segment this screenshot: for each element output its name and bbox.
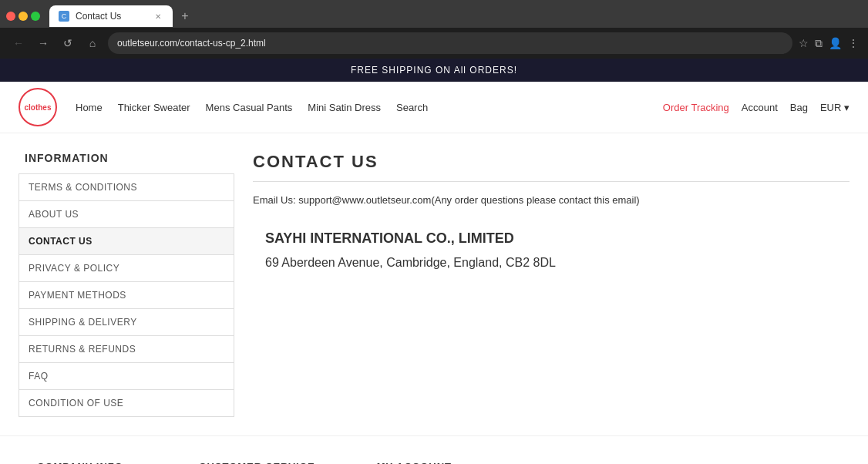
order-tracking-link[interactable]: Order Tracking	[663, 102, 729, 113]
sidebar: INFORMATION TERMS & CONDITIONS ABOUT US …	[19, 152, 234, 417]
sidebar-link-faq[interactable]: FAQ	[19, 363, 234, 389]
sidebar-link-returns[interactable]: RETURNS & REFUNDS	[19, 336, 234, 362]
site-logo[interactable]: clothes	[19, 88, 57, 126]
footer-col-company: COMPANY INFO ABOUT US CONTACT US TERMS &…	[37, 461, 137, 464]
nav-thicker-sweater[interactable]: Thicker Sweater	[118, 102, 190, 113]
email-info: Email Us: support@www.outletseur.com(Any…	[253, 194, 849, 206]
sidebar-item-payment[interactable]: PAYMENT METHODS	[19, 282, 234, 309]
sidebar-link-shipping[interactable]: SHIPPING & DELIVERY	[19, 309, 234, 335]
sidebar-link-privacy[interactable]: PRIVACY & POLICY	[19, 255, 234, 281]
address-bar-container: ← → ↺ ⌂ outletseur.com/contact-us-cp_2.h…	[0, 28, 868, 59]
sidebar-link-contact[interactable]: CONTACT US	[19, 228, 234, 254]
active-tab[interactable]: C Contact Us ✕	[49, 5, 173, 27]
sidebar-title: INFORMATION	[19, 152, 234, 164]
footer-col-account: MY ACCOUNT LOG IN MY ORDERS MY CART	[377, 461, 452, 464]
header-right: Order Tracking Account Bag EUR ▾	[663, 102, 849, 113]
reload-button[interactable]: ↺	[59, 34, 77, 52]
sidebar-item-terms[interactable]: TERMS & CONDITIONS	[19, 174, 234, 201]
sidebar-link-about[interactable]: ABOUT US	[19, 201, 234, 227]
bookmark-icon[interactable]: ☆	[799, 37, 809, 49]
promo-banner: FREE SHIPPING ON All ORDERS!	[0, 59, 868, 82]
browser-window: C Contact Us ✕ + ← → ↺ ⌂ outletseur.com/…	[0, 0, 868, 59]
bag-link[interactable]: Bag	[790, 102, 808, 113]
sidebar-item-returns[interactable]: RETURNS & REFUNDS	[19, 336, 234, 363]
sidebar-item-contact[interactable]: CONTACT US	[19, 228, 234, 255]
tab-bar: C Contact Us ✕ +	[0, 0, 868, 28]
tab-favicon: C	[59, 11, 69, 22]
menu-icon[interactable]: ⋮	[848, 37, 859, 49]
account-link[interactable]: Account	[742, 102, 778, 113]
company-name: SAYHI INTERNATIONAL CO., LIMITED	[253, 230, 849, 247]
sidebar-item-privacy[interactable]: PRIVACY & POLICY	[19, 255, 234, 282]
footer-columns: COMPANY INFO ABOUT US CONTACT US TERMS &…	[37, 461, 831, 464]
nav-mini-satin-dress[interactable]: Mini Satin Dress	[308, 102, 381, 113]
sidebar-link-payment[interactable]: PAYMENT METHODS	[19, 282, 234, 308]
maximize-window-button[interactable]	[31, 12, 40, 21]
extensions-icon[interactable]: ⧉	[815, 37, 823, 50]
footer-col-company-title: COMPANY INFO	[37, 461, 137, 464]
main-content: CONTACT US Email Us: support@www.outlets…	[253, 152, 849, 417]
currency-selector[interactable]: EUR ▾	[820, 102, 849, 113]
tab-title: Contact Us	[76, 11, 121, 22]
page-title: CONTACT US	[253, 152, 849, 182]
page-footer: COMPANY INFO ABOUT US CONTACT US TERMS &…	[0, 435, 868, 464]
tab-close-icon[interactable]: ✕	[153, 11, 163, 22]
company-address: 69 Aberdeen Avenue, Cambridge, England, …	[253, 256, 849, 270]
footer-col-account-title: MY ACCOUNT	[377, 461, 452, 464]
back-button[interactable]: ←	[9, 34, 28, 52]
minimize-window-button[interactable]	[19, 12, 28, 21]
close-window-button[interactable]	[6, 12, 15, 21]
sidebar-menu: TERMS & CONDITIONS ABOUT US CONTACT US P…	[19, 173, 234, 417]
sidebar-link-terms[interactable]: TERMS & CONDITIONS	[19, 174, 234, 200]
site-wrapper: FREE SHIPPING ON All ORDERS! clothes Hom…	[0, 59, 868, 464]
sidebar-item-faq[interactable]: FAQ	[19, 363, 234, 390]
promo-text: FREE SHIPPING ON All ORDERS!	[351, 65, 517, 76]
nav-home[interactable]: Home	[76, 102, 103, 113]
footer-col-customer: CUSTOMER SERVICE PRIVACY & SECURITY PAYM…	[199, 461, 315, 464]
sidebar-item-shipping[interactable]: SHIPPING & DELIVERY	[19, 309, 234, 336]
nav-search[interactable]: Search	[396, 102, 428, 113]
site-header: clothes Home Thicker Sweater Mens Casual…	[0, 82, 868, 133]
sidebar-link-condition[interactable]: CONDITION OF USE	[19, 390, 234, 416]
sidebar-item-condition[interactable]: CONDITION OF USE	[19, 390, 234, 416]
window-controls	[6, 12, 40, 21]
browser-icons: ☆ ⧉ 👤 ⋮	[799, 37, 859, 50]
forward-button[interactable]: →	[34, 34, 52, 52]
profile-icon[interactable]: 👤	[829, 37, 842, 49]
nav-mens-casual-pants[interactable]: Mens Casual Pants	[206, 102, 293, 113]
url-input[interactable]: outletseur.com/contact-us-cp_2.html	[108, 32, 792, 54]
sidebar-item-about[interactable]: ABOUT US	[19, 201, 234, 228]
main-nav: Home Thicker Sweater Mens Casual Pants M…	[76, 102, 644, 113]
home-button[interactable]: ⌂	[83, 34, 102, 52]
page-content: INFORMATION TERMS & CONDITIONS ABOUT US …	[0, 133, 868, 435]
footer-col-customer-title: CUSTOMER SERVICE	[199, 461, 315, 464]
new-tab-button[interactable]: +	[176, 7, 194, 25]
